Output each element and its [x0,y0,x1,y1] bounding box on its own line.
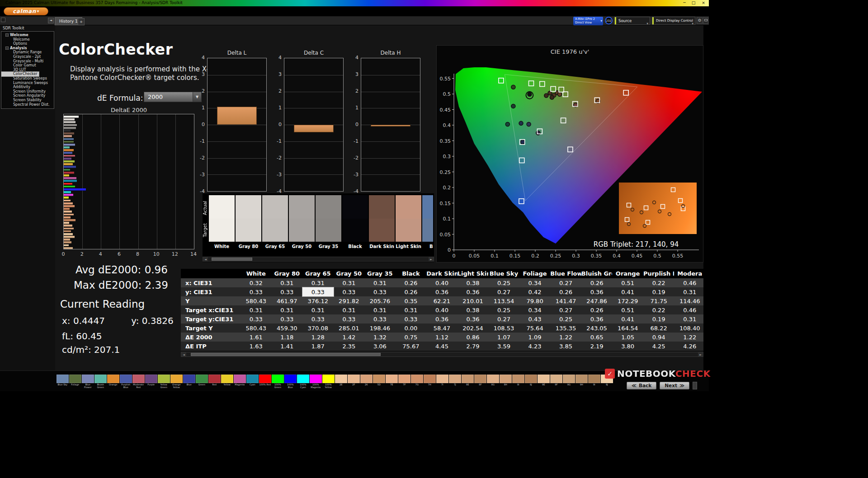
table-cell[interactable]: 0.31 [302,278,334,287]
table-cell[interactable]: 0.33 [334,314,365,323]
sidebar-group-welcome[interactable]: Welcome [1,33,54,37]
table-cell[interactable]: 0.33 [272,314,303,323]
table-cell[interactable]: 3.06 [364,342,396,351]
table-cell[interactable]: 0.31 [364,305,396,314]
table-cell[interactable]: 247.86 [581,296,613,305]
table-cell[interactable]: 0.42 [519,287,551,296]
table-cell[interactable]: 0.27 [550,278,581,287]
table-cell[interactable]: 0.33 [302,314,334,323]
table-cell[interactable]: 0.31 [302,305,334,314]
table-cell[interactable]: 1.32 [364,333,396,342]
table-cell[interactable]: 0.31 [364,278,396,287]
scroll-right-icon[interactable]: ► [698,352,703,356]
table-cell[interactable]: 0.25 [488,278,519,287]
table-cell[interactable]: 580.43 [241,296,272,305]
add-tab-button[interactable]: + [78,18,85,25]
table-cell[interactable]: 0.25 [488,305,519,314]
sidebar-collapse-button[interactable]: ◄ [48,18,54,23]
table-cell[interactable]: 2.19 [581,342,613,351]
table-cell[interactable]: 370.08 [302,323,334,333]
table-cell[interactable]: 0.31 [272,278,303,287]
table-cell[interactable]: 0.19 [643,314,675,323]
table-cell[interactable]: 0.26 [396,287,427,296]
gear-icon[interactable]: ⚙ [697,17,703,24]
sidebar-item-grayscale-multi[interactable]: Grayscale - Multi [1,59,54,64]
table-cell[interactable]: 0.33 [241,287,272,296]
table-cell[interactable]: 0.41 [612,314,643,323]
table-cell[interactable]: 0.27 [488,287,519,296]
table-cell[interactable]: 0.33 [364,287,396,296]
table-cell[interactable]: 114.46 [674,296,703,305]
table-cell[interactable]: 2.79 [458,342,489,351]
table-cell[interactable]: 58.47 [426,323,458,333]
table-cell[interactable]: 0.33 [272,287,303,296]
next-button[interactable]: Next ≫ [660,382,689,389]
nav-end-button[interactable] [693,382,697,389]
sidebar-item-dynamic-range[interactable]: Dynamic Range [1,50,54,55]
table-cell[interactable]: 1.09 [519,333,551,342]
table-cell[interactable]: 0.31 [674,287,703,296]
table-cell[interactable]: 75.64 [519,323,551,333]
table-cell[interactable]: 0.31 [272,305,303,314]
table-cell[interactable]: 1.87 [302,342,334,351]
table-cell[interactable]: 205.76 [364,296,396,305]
table-cell[interactable]: 0.36 [458,314,489,323]
monitor-icon[interactable] [703,17,708,24]
table-cell[interactable]: 0.36 [581,287,613,296]
de-formula-dropdown[interactable]: 2000 ▼ [144,92,202,102]
table-cell[interactable]: 0.36 [426,314,458,323]
table-cell[interactable]: 1.42 [334,333,365,342]
table-cell[interactable]: 0.94 [643,333,675,342]
table-cell[interactable]: 0.33 [334,287,365,296]
table-cell[interactable]: 108.40 [674,323,703,333]
table-cell[interactable]: 580.43 [241,323,272,333]
table-cell[interactable]: 4.26 [674,342,703,351]
table-cell[interactable]: 0.26 [550,287,581,296]
table-cell[interactable]: 0.31 [241,305,272,314]
table-cell[interactable]: 108.53 [488,323,519,333]
table-cell[interactable]: 0.46 [674,305,703,314]
panel-toggle-icon[interactable] [1,18,5,22]
table-cell[interactable]: 198.46 [364,323,396,333]
scroll-track[interactable] [208,257,429,261]
table-cell[interactable]: 4.25 [643,342,675,351]
table-cell[interactable]: 243.05 [581,323,613,333]
table-cell[interactable]: 0.51 [612,305,643,314]
minimize-icon[interactable]: ─ [681,0,688,6]
table-cell[interactable]: 135.35 [550,323,581,333]
sidebar-item-grayscale-2pt[interactable]: Grayscale - 2pt [1,55,54,59]
table-scrollbar[interactable]: ◄ ► [181,352,703,357]
table-cell[interactable]: 1.61 [241,333,272,342]
table-cell[interactable]: 0.31 [674,314,703,323]
table-cell[interactable]: 0.19 [643,287,675,296]
table-cell[interactable]: 202.54 [458,323,489,333]
table-cell[interactable]: 459.30 [272,323,303,333]
table-cell[interactable]: 0.00 [396,323,427,333]
table-cell[interactable]: 1.22 [550,333,581,342]
table-cell[interactable]: 3.80 [612,342,643,351]
table-cell[interactable]: 461.97 [272,296,303,305]
meter-dropdown[interactable]: X-Rite i1Pro 2 Direct View ▼ [573,17,603,25]
table-cell[interactable]: 0.43 [519,314,551,323]
table-cell[interactable]: 0.75 [396,333,427,342]
table-cell[interactable]: 0.86 [458,333,489,342]
back-button[interactable]: ≪ Back [627,382,656,389]
display-control-dropdown[interactable]: Direct Display Control ▼ [652,17,695,25]
table-cell[interactable]: 0.41 [612,287,643,296]
sidebar-item-options[interactable]: Options [1,42,54,46]
table-cell[interactable]: 0.40 [426,305,458,314]
table-cell[interactable]: 1.22 [674,333,703,342]
table-cell[interactable]: 0.36 [426,287,458,296]
table-cell[interactable]: 0.25 [550,314,581,323]
scroll-thumb[interactable] [212,258,252,261]
table-cell[interactable]: 68.22 [643,323,675,333]
table-cell[interactable]: 0.36 [581,314,613,323]
sidebar-item-luminance-sweeps[interactable]: Luminance Sweeps [1,81,54,85]
table-cell[interactable]: 285.01 [334,323,365,333]
table-cell[interactable]: 0.31 [334,305,365,314]
sidebar-group-analysis[interactable]: Analysis [1,46,54,51]
table-cell[interactable]: 0.34 [519,305,551,314]
maximize-icon[interactable]: □ [690,0,697,6]
table-cell[interactable]: 0.26 [581,278,613,287]
scroll-left-icon[interactable]: ◄ [181,352,186,356]
